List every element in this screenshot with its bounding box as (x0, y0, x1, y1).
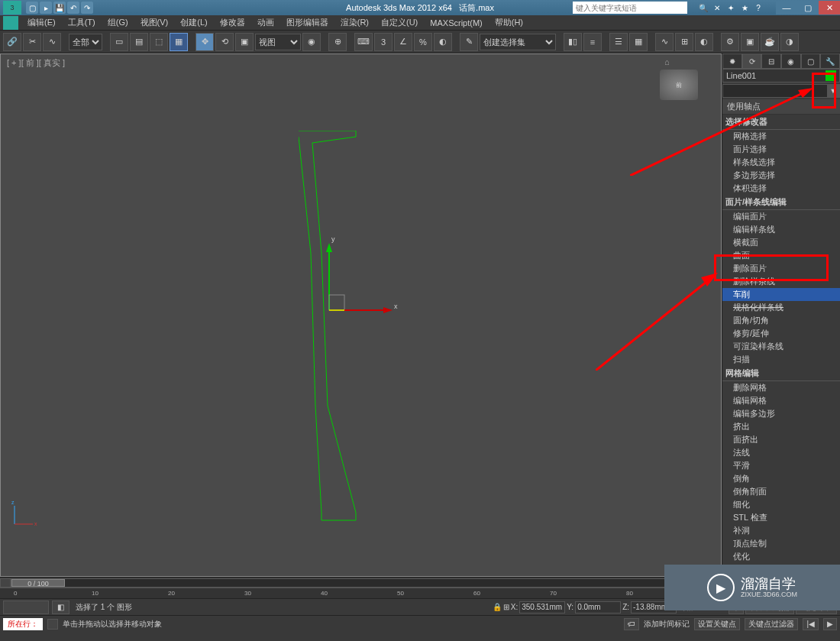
pivot-rollout-header[interactable]: 使用轴点 (722, 99, 840, 115)
window-minimize-button[interactable]: — (776, 1, 797, 15)
select-manipulate-icon[interactable]: ⊕ (328, 33, 347, 51)
exchange-icon[interactable]: ✦ (725, 2, 736, 13)
menu-customize[interactable]: 自定义(U) (375, 17, 424, 28)
modifier-item[interactable]: 优化 (722, 550, 840, 563)
modifier-item[interactable]: 顶点绘制 (722, 537, 840, 550)
modifier-item[interactable]: 网格选择 (722, 130, 840, 143)
modifier-item[interactable]: 体积选择 (722, 182, 840, 195)
menu-modifiers[interactable]: 修改器 (214, 17, 251, 28)
modifier-item[interactable]: 编辑面片 (722, 210, 840, 223)
menu-edit[interactable]: 编辑(E) (21, 17, 62, 28)
window-maximize-button[interactable]: ▢ (797, 1, 819, 15)
coord-x-input[interactable] (519, 601, 565, 613)
unlink-icon[interactable]: ✂ (23, 33, 41, 51)
qat-redo-icon[interactable]: ↷ (81, 2, 93, 14)
modifier-item[interactable]: 倒角剖面 (722, 485, 840, 498)
modifier-item[interactable]: 修剪/延伸 (722, 327, 840, 340)
subscription-icon[interactable]: ✕ (712, 2, 722, 13)
tab-create-icon[interactable]: ✹ (722, 53, 742, 69)
viewcube-home-icon[interactable]: ⌂ (664, 57, 675, 68)
tab-modify-icon[interactable]: ⟳ (742, 53, 762, 69)
rendered-frame-icon[interactable]: ▣ (741, 33, 759, 51)
modifier-item[interactable]: 法线 (722, 446, 840, 459)
tab-utilities-icon[interactable]: 🔧 (820, 53, 840, 69)
modifier-item[interactable]: 倒角 (722, 472, 840, 485)
link-icon[interactable]: 🔗 (3, 33, 21, 51)
add-time-tag-label[interactable]: 添加时间标记 (644, 619, 690, 630)
modifier-item[interactable]: 扫描 (722, 353, 840, 366)
time-tag-icon[interactable]: 🏷 (624, 618, 639, 630)
modifier-item[interactable]: 挤出 (722, 420, 840, 433)
menu-rendering[interactable]: 渲染(R) (334, 17, 375, 28)
viewport-front[interactable]: [ + ][ 前 ][ 真实 ] ⌂ 前 y x z x (0, 53, 722, 577)
layer-manager-icon[interactable]: ☰ (609, 33, 628, 51)
qat-open-icon[interactable]: ▸ (40, 2, 52, 14)
menu-maxscript[interactable]: MAXScript(M) (424, 18, 488, 28)
modifier-item[interactable]: 编辑网格 (722, 394, 840, 407)
help-icon[interactable]: ? (753, 2, 764, 13)
menu-group[interactable]: 组(G) (102, 17, 134, 28)
isolate-icon[interactable] (47, 619, 58, 630)
menu-graph-editors[interactable]: 图形编辑器 (280, 17, 334, 28)
select-and-scale-icon[interactable]: ▣ (235, 33, 254, 51)
render-production-icon[interactable]: ☕ (761, 33, 779, 51)
angle-snap-icon[interactable]: ∠ (394, 33, 412, 51)
named-selection-set-dropdown[interactable]: 创建选择集 (480, 34, 556, 50)
align-icon[interactable]: ≡ (583, 33, 602, 51)
time-slider-handle[interactable]: 0 / 100 (11, 579, 65, 587)
select-and-rotate-icon[interactable]: ⟲ (215, 33, 234, 51)
time-config-icon[interactable] (0, 578, 11, 588)
viewport-label[interactable]: [ + ][ 前 ][ 真实 ] (7, 57, 65, 69)
modifier-item[interactable]: 删除样条线 (722, 275, 840, 288)
favorites-icon[interactable]: ★ (739, 2, 750, 13)
modifier-list[interactable]: 选择修改器 网格选择 面片选择 样条线选择 多边形选择 体积选择 面片/样条线编… (722, 115, 840, 577)
viewcube[interactable]: 前 (660, 70, 698, 100)
modifier-item-lathe[interactable]: 车削 (722, 288, 840, 301)
menu-create[interactable]: 创建(L) (174, 17, 213, 28)
selection-filter-dropdown[interactable]: 全部 (69, 34, 102, 50)
modifier-item[interactable]: 圆角/切角 (722, 314, 840, 327)
select-by-name-icon[interactable]: ▤ (130, 33, 148, 51)
qat-undo-icon[interactable]: ↶ (67, 2, 79, 14)
render-iterative-icon[interactable]: ◑ (780, 33, 799, 51)
modifier-item[interactable]: 曲面 (722, 249, 840, 262)
lock-selection-icon[interactable]: 🔒 (493, 603, 502, 611)
material-editor-icon[interactable]: ◐ (695, 33, 713, 51)
modifier-item[interactable]: 细化 (722, 498, 840, 511)
playback-play-icon[interactable]: ▶ (823, 618, 837, 630)
playback-prev-icon[interactable]: |◀ (803, 618, 819, 630)
key-filters-button[interactable]: 关键点过滤器 (745, 618, 798, 630)
app-logo-icon[interactable]: 3 (3, 1, 21, 15)
modifier-item[interactable]: 删除网格 (722, 381, 840, 394)
qat-save-icon[interactable]: 💾 (53, 2, 66, 14)
modifier-item[interactable]: 编辑多边形 (722, 407, 840, 420)
set-key-button[interactable]: 设置关键点 (694, 618, 740, 630)
status-set-icon[interactable]: ◧ (52, 601, 69, 614)
transform-gizmo[interactable]: y x (318, 196, 409, 333)
absolute-mode-icon[interactable]: ⊞ (503, 603, 509, 611)
infocenter-icon[interactable]: 🔍 (698, 2, 709, 13)
modifier-list-dropdown[interactable]: ▼ (722, 84, 840, 98)
pivot-center-icon[interactable]: ◉ (302, 33, 321, 51)
snap-toggle-icon[interactable]: 3 (374, 33, 393, 51)
modifier-item[interactable]: 平滑 (722, 459, 840, 472)
modifier-item[interactable]: 编辑样条线 (722, 223, 840, 236)
tab-display-icon[interactable]: ▢ (801, 53, 821, 69)
modifier-item[interactable]: 补洞 (722, 524, 840, 537)
modifier-item[interactable]: 规格化样条线 (722, 301, 840, 314)
select-and-move-icon[interactable]: ✥ (195, 33, 214, 51)
window-close-button[interactable]: ✕ (819, 1, 840, 15)
modifier-item[interactable]: 多边形选择 (722, 169, 840, 182)
modifier-item[interactable]: 面片选择 (722, 143, 840, 156)
dropdown-arrow-icon[interactable]: ▼ (827, 85, 839, 97)
window-crossing-icon[interactable]: ▦ (170, 33, 188, 51)
modifier-item[interactable]: 面挤出 (722, 433, 840, 446)
named-sel-edit-icon[interactable]: ✎ (460, 33, 478, 51)
spinner-snap-icon[interactable]: ◐ (434, 33, 452, 51)
modifier-item[interactable]: 样条线选择 (722, 156, 840, 169)
modifier-item[interactable]: 删除面片 (722, 262, 840, 275)
menu-tools[interactable]: 工具(T) (62, 17, 102, 28)
coord-y-input[interactable] (575, 601, 621, 613)
curve-editor-icon[interactable]: ∿ (655, 33, 674, 51)
tab-hierarchy-icon[interactable]: ⊟ (761, 53, 781, 69)
